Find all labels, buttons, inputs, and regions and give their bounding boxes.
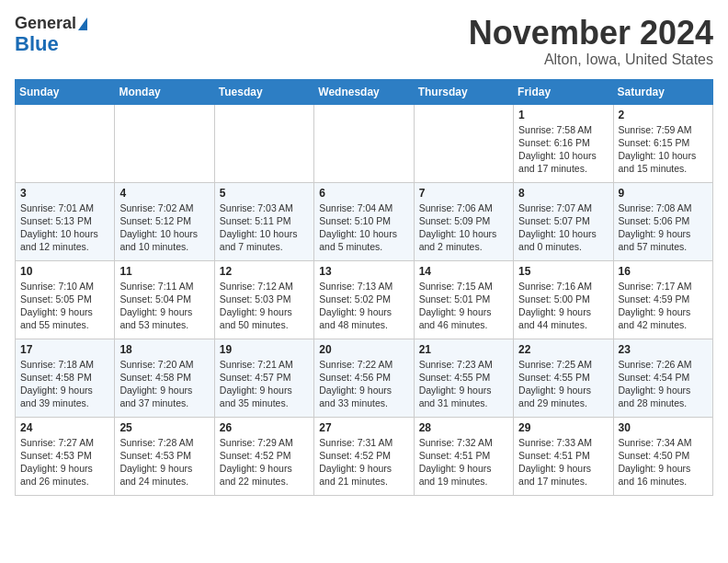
day-info: Sunrise: 7:13 AM Sunset: 5:02 PM Dayligh… [319,280,408,332]
calendar-cell: 25Sunrise: 7:28 AM Sunset: 4:53 PM Dayli… [115,417,214,495]
day-number: 28 [419,421,508,434]
day-number: 11 [119,265,209,278]
day-info: Sunrise: 7:31 AM Sunset: 4:52 PM Dayligh… [319,436,408,488]
location-subtitle: Alton, Iowa, United States [469,52,713,68]
day-info: Sunrise: 7:28 AM Sunset: 4:53 PM Dayligh… [119,436,209,488]
calendar-cell: 4Sunrise: 7:02 AM Sunset: 5:12 PM Daylig… [115,182,214,260]
calendar-cell [16,104,115,182]
day-number: 18 [119,343,209,356]
day-number: 5 [220,187,309,200]
day-number: 15 [518,265,608,278]
day-info: Sunrise: 7:08 AM Sunset: 5:06 PM Dayligh… [619,201,708,254]
calendar-cell: 9Sunrise: 7:08 AM Sunset: 5:06 PM Daylig… [613,182,712,260]
day-info: Sunrise: 7:29 AM Sunset: 4:52 PM Dayligh… [220,436,309,488]
day-number: 4 [119,187,209,200]
calendar-header: SundayMondayTuesdayWednesdayThursdayFrid… [16,79,713,104]
day-info: Sunrise: 7:33 AM Sunset: 4:51 PM Dayligh… [518,436,608,488]
day-info: Sunrise: 7:27 AM Sunset: 4:53 PM Dayligh… [20,436,109,488]
day-info: Sunrise: 7:15 AM Sunset: 5:01 PM Dayligh… [419,280,508,332]
weekday-header-monday: Monday [115,79,214,104]
calendar-cell: 19Sunrise: 7:21 AM Sunset: 4:57 PM Dayli… [214,339,313,417]
calendar-cell: 10Sunrise: 7:10 AM Sunset: 5:05 PM Dayli… [16,260,115,339]
calendar-cell: 21Sunrise: 7:23 AM Sunset: 4:55 PM Dayli… [414,339,513,417]
calendar-cell: 30Sunrise: 7:34 AM Sunset: 4:50 PM Dayli… [613,417,712,495]
day-info: Sunrise: 7:03 AM Sunset: 5:11 PM Dayligh… [220,201,309,254]
calendar-cell: 15Sunrise: 7:16 AM Sunset: 5:00 PM Dayli… [514,260,613,339]
day-number: 19 [220,343,309,356]
calendar-cell: 11Sunrise: 7:11 AM Sunset: 5:04 PM Dayli… [115,260,214,339]
calendar-cell [115,104,214,182]
calendar-cell: 5Sunrise: 7:03 AM Sunset: 5:11 PM Daylig… [214,182,313,260]
calendar-cell: 28Sunrise: 7:32 AM Sunset: 4:51 PM Dayli… [414,417,513,495]
day-info: Sunrise: 7:23 AM Sunset: 4:55 PM Dayligh… [419,358,508,410]
calendar-cell: 13Sunrise: 7:13 AM Sunset: 5:02 PM Dayli… [314,260,414,339]
calendar-cell: 3Sunrise: 7:01 AM Sunset: 5:13 PM Daylig… [16,182,115,260]
calendar-table: SundayMondayTuesdayWednesdayThursdayFrid… [15,79,713,496]
calendar-cell: 23Sunrise: 7:26 AM Sunset: 4:54 PM Dayli… [613,339,712,417]
calendar-cell: 16Sunrise: 7:17 AM Sunset: 4:59 PM Dayli… [613,260,712,339]
day-number: 20 [319,343,408,356]
weekday-header-wednesday: Wednesday [314,79,414,104]
calendar-cell: 27Sunrise: 7:31 AM Sunset: 4:52 PM Dayli… [314,417,414,495]
day-info: Sunrise: 7:17 AM Sunset: 4:59 PM Dayligh… [619,280,708,332]
calendar-cell: 20Sunrise: 7:22 AM Sunset: 4:56 PM Dayli… [314,339,414,417]
calendar-cell: 29Sunrise: 7:33 AM Sunset: 4:51 PM Dayli… [514,417,613,495]
calendar-cell: 26Sunrise: 7:29 AM Sunset: 4:52 PM Dayli… [214,417,313,495]
calendar-cell [314,104,414,182]
day-info: Sunrise: 7:21 AM Sunset: 4:57 PM Dayligh… [220,358,309,410]
day-number: 12 [220,265,309,278]
day-info: Sunrise: 7:07 AM Sunset: 5:07 PM Dayligh… [518,201,608,254]
calendar-cell [414,104,513,182]
calendar-cell: 7Sunrise: 7:06 AM Sunset: 5:09 PM Daylig… [414,182,513,260]
day-number: 10 [20,265,109,278]
weekday-header-saturday: Saturday [613,79,712,104]
calendar-cell: 14Sunrise: 7:15 AM Sunset: 5:01 PM Dayli… [414,260,513,339]
day-info: Sunrise: 7:34 AM Sunset: 4:50 PM Dayligh… [619,436,708,488]
calendar-cell: 6Sunrise: 7:04 AM Sunset: 5:10 PM Daylig… [314,182,414,260]
day-number: 16 [619,265,708,278]
day-info: Sunrise: 7:25 AM Sunset: 4:55 PM Dayligh… [518,358,608,410]
day-number: 13 [319,265,408,278]
day-number: 22 [518,343,608,356]
day-info: Sunrise: 7:04 AM Sunset: 5:10 PM Dayligh… [319,201,408,254]
day-number: 9 [619,187,708,200]
title-block: November 2024 Alton, Iowa, United States [469,15,713,68]
logo-text-blue: Blue [15,33,59,55]
day-number: 30 [619,421,708,434]
calendar-cell: 22Sunrise: 7:25 AM Sunset: 4:55 PM Dayli… [514,339,613,417]
day-info: Sunrise: 7:01 AM Sunset: 5:13 PM Dayligh… [20,201,109,254]
day-number: 21 [419,343,508,356]
day-info: Sunrise: 7:10 AM Sunset: 5:05 PM Dayligh… [20,280,109,332]
calendar-cell: 17Sunrise: 7:18 AM Sunset: 4:58 PM Dayli… [16,339,115,417]
day-number: 27 [319,421,408,434]
day-number: 17 [20,343,109,356]
logo-triangle-icon [78,17,87,30]
day-number: 3 [20,187,109,200]
logo: General Blue [15,15,87,55]
day-number: 29 [518,421,608,434]
day-number: 1 [518,109,608,121]
day-info: Sunrise: 7:02 AM Sunset: 5:12 PM Dayligh… [119,201,209,254]
page-header: General Blue November 2024 Alton, Iowa, … [15,15,713,68]
calendar-cell [214,104,313,182]
day-number: 2 [619,109,708,121]
logo-text-general: General [15,15,76,33]
day-info: Sunrise: 7:06 AM Sunset: 5:09 PM Dayligh… [419,201,508,254]
day-info: Sunrise: 7:59 AM Sunset: 6:15 PM Dayligh… [619,123,708,176]
weekday-header-friday: Friday [514,79,613,104]
day-number: 25 [119,421,209,434]
day-info: Sunrise: 7:32 AM Sunset: 4:51 PM Dayligh… [419,436,508,488]
calendar-cell: 1Sunrise: 7:58 AM Sunset: 6:16 PM Daylig… [514,104,613,182]
day-info: Sunrise: 7:22 AM Sunset: 4:56 PM Dayligh… [319,358,408,410]
weekday-header-sunday: Sunday [16,79,115,104]
day-number: 8 [518,187,608,200]
day-info: Sunrise: 7:20 AM Sunset: 4:58 PM Dayligh… [119,358,209,410]
calendar-cell: 12Sunrise: 7:12 AM Sunset: 5:03 PM Dayli… [214,260,313,339]
weekday-header-tuesday: Tuesday [214,79,313,104]
calendar-cell: 8Sunrise: 7:07 AM Sunset: 5:07 PM Daylig… [514,182,613,260]
day-number: 7 [419,187,508,200]
day-info: Sunrise: 7:18 AM Sunset: 4:58 PM Dayligh… [20,358,109,410]
calendar-cell: 2Sunrise: 7:59 AM Sunset: 6:15 PM Daylig… [613,104,712,182]
day-info: Sunrise: 7:12 AM Sunset: 5:03 PM Dayligh… [220,280,309,332]
weekday-header-thursday: Thursday [414,79,513,104]
